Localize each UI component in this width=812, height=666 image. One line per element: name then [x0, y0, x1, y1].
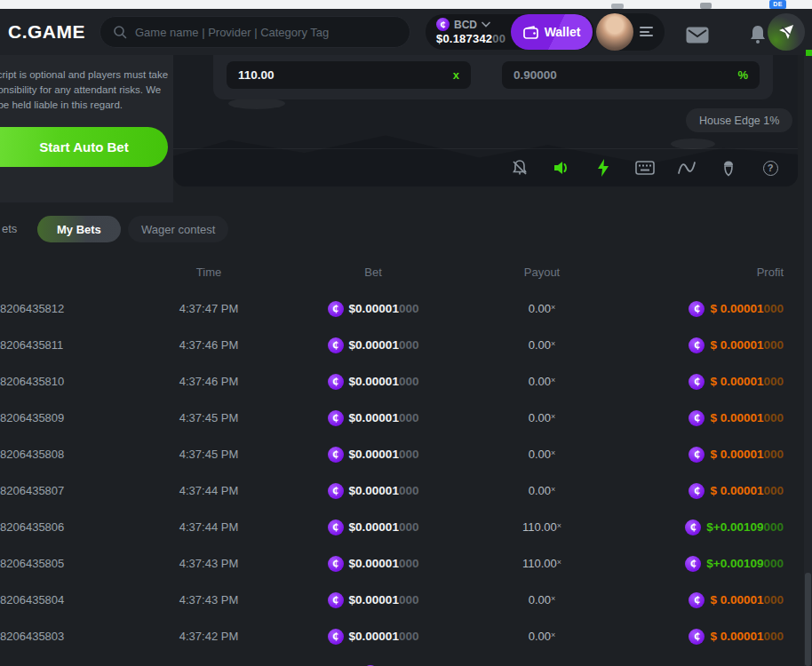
table-row[interactable]: 8206435808 4:37:45 PM ₵ $0.00001000 0.00…: [0, 436, 812, 472]
bet-id: 8206435809: [0, 411, 133, 424]
bet-payout: 0.00×: [462, 484, 622, 497]
table-row[interactable]: 8206435803 4:37:42 PM ₵ $0.00001000 0.00…: [0, 618, 812, 654]
search-input[interactable]: [135, 26, 397, 39]
bet-amount: ₵ $0.00001000: [284, 447, 462, 463]
tab-all-bets[interactable]: ets: [2, 222, 17, 235]
turbo-icon[interactable]: [593, 158, 613, 178]
bet-id: 8206435803: [0, 630, 133, 643]
coin-icon: ₵: [328, 483, 344, 499]
bell-slash-icon[interactable]: [510, 158, 529, 178]
bet-profit: ₵ $ 0.00001000: [622, 592, 784, 608]
bet-amount: ₵ $0.00001000: [284, 483, 462, 499]
balance-amount: $0.18734200: [436, 32, 506, 45]
multiplier-suffix: x: [453, 68, 459, 82]
table-row[interactable]: 8206435812 4:37:47 PM ₵ $0.00001000 0.00…: [0, 290, 812, 327]
my-bets-table: Time Bet Payout Profit 8206435812 4:37:4…: [0, 253, 812, 666]
mail-icon[interactable]: [686, 27, 709, 44]
house-edge-badge: House Edge 1%: [686, 108, 792, 132]
bet-time: 4:37:43 PM: [133, 557, 284, 570]
chevron-down-icon: [482, 21, 490, 28]
bet-profit: ₵ $ 0.00001000: [622, 629, 784, 645]
table-row[interactable]: 8206435810 4:37:46 PM ₵ $0.00001000 0.00…: [0, 363, 812, 400]
wallet-icon: [523, 26, 538, 39]
scrollbar[interactable]: [804, 55, 812, 666]
chat-toggle-button[interactable]: [768, 13, 805, 51]
win-chance-input[interactable]: [513, 68, 737, 82]
coin-icon: ₵: [328, 519, 344, 535]
bet-payout: 0.00×: [462, 375, 622, 388]
table-header-row: Time Bet Payout Profit: [0, 253, 812, 290]
currency-code: BCD: [454, 19, 477, 31]
coin-icon: ₵: [689, 592, 705, 608]
table-row[interactable]: 8206435807 4:37:44 PM ₵ $0.00001000 0.00…: [0, 472, 812, 509]
chat-send-icon: [777, 23, 795, 41]
coin-icon: ₵: [689, 301, 705, 317]
bet-amount: ₵ $0.00001000: [284, 337, 462, 353]
bet-profit: ₵ $ 0.00001000: [622, 337, 784, 353]
bet-amount: ₵ $0.00001000: [284, 592, 462, 608]
col-header-bet: Bet: [284, 266, 462, 279]
tab-wager-contest[interactable]: Wager contest: [128, 216, 228, 242]
bet-amount: ₵ $0.00001000: [284, 410, 462, 426]
table-row[interactable]: 8206435806 4:37:44 PM ₵ $0.00001000 110.…: [0, 509, 812, 545]
game-panel: x % House Edge 1% ?: [173, 55, 798, 186]
stats-icon[interactable]: [677, 158, 697, 178]
bet-time: 4:37:47 PM: [133, 302, 284, 315]
bet-id: 8206435807: [0, 484, 133, 497]
avatar[interactable]: [596, 13, 633, 51]
bet-id: 8206435812: [0, 302, 133, 315]
coin-icon: ₵: [328, 337, 344, 353]
bet-time: 4:37:45 PM: [133, 448, 284, 461]
bet-profit: ₵ $+0.00109000: [622, 556, 784, 572]
bets-tabs: ets My Bets Wager contest: [0, 216, 812, 242]
bet-amount: ₵ $0.00001000: [284, 629, 462, 645]
translate-extension-badge[interactable]: DE: [769, 0, 786, 9]
bet-id: 8206435811: [0, 338, 133, 352]
sound-icon[interactable]: [552, 158, 571, 178]
coin-icon: ₵: [328, 301, 344, 317]
bet-profit: ₵ $ 0.00001000: [622, 483, 784, 499]
col-header-payout: Payout: [462, 266, 622, 279]
top-header: C.GAME ₵ BCD $0.18734200 Wallet: [0, 9, 812, 55]
coin-icon: ₵: [685, 556, 701, 572]
bet-payout: 0.00×: [462, 411, 622, 424]
wallet-button[interactable]: Wallet: [511, 14, 593, 50]
search-bar[interactable]: [100, 16, 410, 48]
profile-menu[interactable]: [596, 13, 665, 51]
coin-icon: ₵: [685, 519, 701, 535]
bet-time: 4:37:43 PM: [133, 593, 284, 607]
table-row[interactable]: 8206435811 4:37:46 PM ₵ $0.00001000 0.00…: [0, 327, 812, 363]
bet-amount: ₵ $0.00001000: [284, 556, 462, 572]
bet-time: 4:37:45 PM: [133, 411, 284, 424]
help-icon[interactable]: ?: [760, 158, 780, 178]
bet-time: 4:37:46 PM: [133, 338, 284, 352]
bet-inputs-panel: x %: [213, 55, 773, 99]
table-row[interactable]: ₵: [0, 654, 812, 666]
bet-id: 8206435805: [0, 557, 133, 570]
scrollbar-thumb[interactable]: [805, 573, 811, 666]
extension-icon[interactable]: [700, 3, 712, 9]
hotkeys-icon[interactable]: [635, 158, 655, 178]
bell-icon[interactable]: [749, 25, 767, 44]
coin-icon: ₵: [689, 337, 705, 353]
site-logo[interactable]: C.GAME: [8, 21, 85, 43]
coin-icon: ₵: [328, 447, 344, 463]
coin-icon: ₵: [328, 592, 344, 608]
bet-profit: ₵ $ 0.00001000: [622, 301, 784, 317]
bet-payout: 0.00×: [462, 302, 622, 315]
bet-profit: ₵ $ 0.00001000: [622, 374, 784, 390]
bet-amount: ₵ $0.00001000: [284, 374, 462, 390]
payout-input[interactable]: [238, 68, 453, 82]
table-row[interactable]: 8206435805 4:37:43 PM ₵ $0.00001000 110.…: [0, 545, 812, 582]
coin-icon: ₵: [689, 629, 705, 645]
table-row[interactable]: 8206435804 4:37:43 PM ₵ $0.00001000 0.00…: [0, 582, 812, 618]
bet-profit: ₵ $+0.00109000: [622, 519, 784, 535]
seeds-icon[interactable]: [719, 158, 738, 178]
table-row[interactable]: 8206435809 4:37:45 PM ₵ $0.00001000 0.00…: [0, 400, 812, 436]
percent-suffix: %: [737, 68, 748, 82]
col-header-profit: Profit: [622, 266, 784, 279]
bet-id: 8206435810: [0, 375, 133, 388]
tab-my-bets[interactable]: My Bets: [37, 216, 121, 242]
coin-icon: ₵: [328, 410, 344, 426]
start-auto-bet-button[interactable]: Start Auto Bet: [0, 127, 168, 167]
